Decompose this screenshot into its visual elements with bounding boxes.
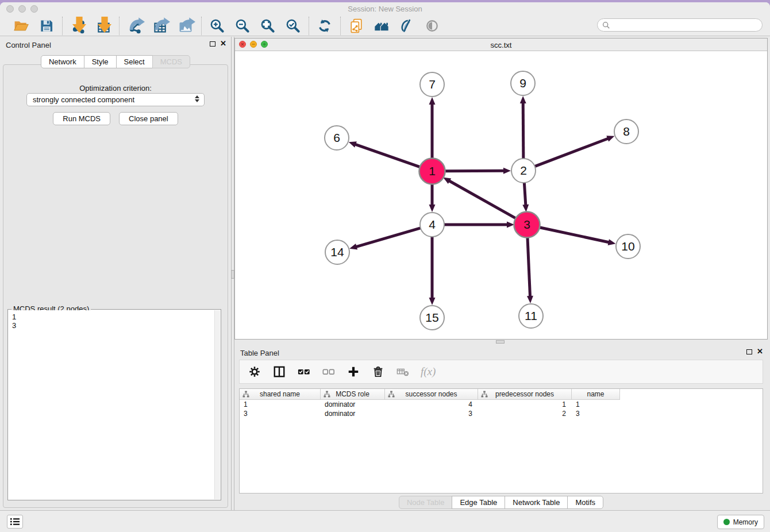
open-session-icon[interactable] <box>13 17 30 34</box>
graph-node-9[interactable]: 9 <box>511 71 535 95</box>
hide-graphics-details-icon[interactable] <box>398 17 415 34</box>
node-table[interactable]: shared nameMCDS rolesuccessor nodesprede… <box>239 388 763 494</box>
edge-2-3[interactable] <box>522 183 529 212</box>
save-session-icon[interactable] <box>38 17 55 34</box>
graph-node-4[interactable]: 4 <box>420 213 444 237</box>
memory-button[interactable]: Memory <box>717 515 764 529</box>
edge-1-2[interactable] <box>444 168 511 174</box>
float-panel-icon[interactable] <box>210 41 215 47</box>
home-icon[interactable] <box>373 17 390 34</box>
edge-3-1[interactable] <box>443 178 517 219</box>
network-graph[interactable]: 7968124314101511 <box>235 51 767 339</box>
memory-label: Memory <box>733 518 758 526</box>
edge-2-8[interactable] <box>535 136 615 166</box>
import-network-icon[interactable] <box>70 17 87 34</box>
network-canvas[interactable]: 7968124314101511 <box>235 51 767 339</box>
cell-predecessor-nodes[interactable]: 2 <box>478 409 572 418</box>
search-input[interactable] <box>613 21 757 29</box>
zoom-selected-icon[interactable] <box>284 17 302 34</box>
graph-node-8[interactable]: 8 <box>614 119 638 144</box>
tab-motifs[interactable]: Motifs <box>567 496 603 509</box>
graph-node-6[interactable]: 6 <box>325 126 349 150</box>
cell-predecessor-nodes[interactable]: 1 <box>478 400 572 409</box>
add-row-icon[interactable] <box>346 365 360 379</box>
column-label: successor nodes <box>405 390 457 398</box>
cell-mcds-role[interactable]: dominator <box>321 409 385 418</box>
mcds-result-text[interactable]: 1 3 <box>9 310 214 499</box>
mcds-panel: Optimization criterion: strongly connect… <box>3 64 228 508</box>
column-header-predecessor-nodes[interactable]: predecessor nodes <box>478 389 572 400</box>
export-arrow-icon <box>154 16 170 32</box>
tab-mcds[interactable]: MCDS <box>152 55 190 68</box>
column-header-name[interactable]: name <box>572 389 620 400</box>
clone-network-icon[interactable] <box>348 17 365 34</box>
export-table-icon[interactable] <box>152 17 169 34</box>
graph-node-3[interactable]: 3 <box>514 212 540 238</box>
tab-node-table[interactable]: Node Table <box>399 496 453 509</box>
export-network-icon[interactable] <box>126 17 144 34</box>
column-header-successor-nodes[interactable]: successor nodes <box>385 389 478 400</box>
cell-name[interactable]: 3 <box>572 409 620 418</box>
run-mcds-button[interactable]: Run MCDS <box>53 112 110 125</box>
zoom-fit-icon[interactable] <box>259 17 276 34</box>
show-graphics-details-icon[interactable] <box>424 17 441 34</box>
tab-network[interactable]: Network <box>41 55 84 68</box>
graph-node-11[interactable]: 11 <box>519 304 543 328</box>
zoom-in-icon[interactable] <box>209 17 226 34</box>
tab-edge-table[interactable]: Edge Table <box>452 496 505 509</box>
import-table-icon[interactable] <box>95 17 112 34</box>
graph-node-7[interactable]: 7 <box>420 72 444 97</box>
select-all-columns-icon[interactable] <box>297 365 311 379</box>
cell-successor-nodes[interactable]: 4 <box>385 400 478 409</box>
close-panel-icon[interactable]: ✕ <box>757 349 763 354</box>
criterion-select[interactable]: strongly connected component <box>26 93 205 106</box>
graph-node-15[interactable]: 15 <box>420 306 444 330</box>
edge-3-11[interactable] <box>527 237 533 303</box>
edge-1-6[interactable] <box>349 141 421 167</box>
deselect-all-columns-icon[interactable] <box>322 365 336 379</box>
refresh-icon[interactable] <box>316 17 333 34</box>
graph-node-1[interactable]: 1 <box>419 159 445 184</box>
close-panel-icon[interactable]: ✕ <box>220 41 226 47</box>
tab-select[interactable]: Select <box>116 55 153 68</box>
cell-name[interactable]: 1 <box>572 400 620 409</box>
column-header-mcds-role[interactable]: MCDS role <box>321 389 385 400</box>
export-image-icon[interactable] <box>177 17 194 34</box>
cell-shared-name[interactable]: 1 <box>240 400 321 409</box>
graph-node-2[interactable]: 2 <box>511 159 536 183</box>
edge-1-7[interactable] <box>429 97 436 159</box>
edge-4-14[interactable] <box>349 228 421 250</box>
task-history-button[interactable] <box>7 515 23 529</box>
graph-node-10[interactable]: 10 <box>616 234 640 259</box>
svg-text:2: 2 <box>520 164 527 177</box>
table-row-1[interactable]: 3dominator323 <box>240 409 763 418</box>
edge-4-3[interactable] <box>444 222 514 228</box>
cell-mcds-role[interactable]: dominator <box>321 400 385 409</box>
cell-successor-nodes[interactable]: 3 <box>385 409 478 418</box>
horizontal-splitter[interactable] <box>234 340 770 345</box>
tab-network-table[interactable]: Network Table <box>505 496 568 509</box>
table-row-0[interactable]: 1dominator411 <box>240 400 763 409</box>
graph-node-14[interactable]: 14 <box>325 240 349 264</box>
table-options-icon[interactable] <box>248 365 261 379</box>
column-type-icon <box>324 391 330 398</box>
splitter-handle[interactable] <box>496 340 505 344</box>
cell-shared-name[interactable]: 3 <box>240 409 321 418</box>
column-visibility-icon[interactable] <box>272 365 286 379</box>
edge-1-4[interactable] <box>429 183 436 212</box>
edge-4-15[interactable] <box>429 237 436 305</box>
svg-text:15: 15 <box>425 311 438 324</box>
search-box[interactable] <box>597 18 763 32</box>
delete-table-icon <box>396 365 410 379</box>
column-header-shared-name[interactable]: shared name <box>240 389 321 400</box>
close-panel-button[interactable]: Close panel <box>119 112 178 125</box>
zoom-out-icon[interactable] <box>234 17 251 34</box>
edge-2-9[interactable] <box>520 96 526 159</box>
float-panel-icon[interactable] <box>746 349 752 354</box>
edge-3-10[interactable] <box>539 227 616 245</box>
result-scrollbar[interactable] <box>214 310 220 499</box>
column-label: MCDS role <box>336 390 369 398</box>
tab-style[interactable]: Style <box>84 55 117 68</box>
delete-row-icon[interactable] <box>371 365 385 379</box>
network-window-titlebar[interactable]: scc.txt <box>235 38 767 51</box>
